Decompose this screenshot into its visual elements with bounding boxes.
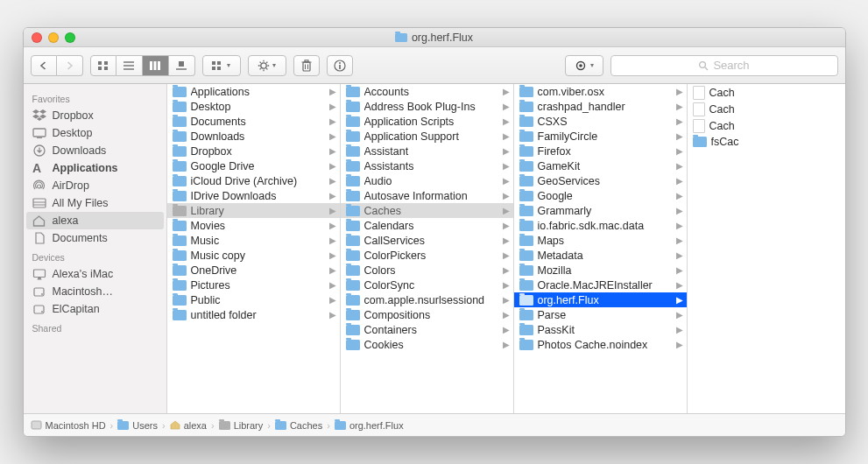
svg-point-35 <box>700 61 706 67</box>
sidebar-item[interactable]: Dropbox <box>24 107 166 124</box>
search-field[interactable]: Search <box>610 55 838 76</box>
column-view-button[interactable] <box>143 55 169 76</box>
column-item[interactable]: Oracle.MacJREInstaller▶ <box>514 278 687 292</box>
column-item[interactable]: Applications▶ <box>167 84 340 99</box>
column-item[interactable]: Cookies▶ <box>341 337 513 352</box>
column-item[interactable]: Public▶ <box>167 292 340 307</box>
column-item[interactable]: untitled folder▶ <box>167 307 340 322</box>
column-item[interactable]: Maps▶ <box>514 233 687 248</box>
forward-button[interactable] <box>57 55 83 76</box>
column-item[interactable]: Containers▶ <box>341 322 513 337</box>
column-item[interactable]: Movies▶ <box>167 218 340 233</box>
chevron-right-icon: ▶ <box>329 250 336 260</box>
column-item[interactable]: Photos Cache.noindex▶ <box>514 337 687 352</box>
column-item[interactable]: fsCac <box>688 134 775 149</box>
chevron-right-icon: ▶ <box>676 176 683 186</box>
folder-icon <box>173 102 187 112</box>
column-item[interactable]: Mozilla▶ <box>514 263 687 278</box>
back-button[interactable] <box>31 55 57 76</box>
column-item[interactable]: Caches▶ <box>341 203 513 218</box>
column-item[interactable]: Pictures▶ <box>167 278 340 292</box>
column-item[interactable]: Google▶ <box>514 188 687 203</box>
path-segment[interactable]: Macintosh HD <box>31 420 106 431</box>
column-item[interactable]: iCloud Drive (Archive)▶ <box>167 173 340 188</box>
column-item[interactable]: ColorSync▶ <box>341 278 513 292</box>
sidebar-item[interactable]: Downloads <box>24 142 166 159</box>
column-item[interactable]: Application Support▶ <box>341 129 513 144</box>
column-item[interactable]: Address Book Plug-Ins▶ <box>341 99 513 114</box>
sidebar-item[interactable]: Alexa's iMac <box>24 265 166 283</box>
sidebar-item-label: Alexa's iMac <box>53 268 114 280</box>
column-item[interactable]: CSXS▶ <box>514 114 687 129</box>
svg-rect-14 <box>212 67 215 70</box>
coverflow-view-button[interactable] <box>169 55 195 76</box>
sidebar-item[interactable]: Macintosh… <box>24 283 166 300</box>
column-item[interactable]: Cach <box>688 101 775 117</box>
column-item[interactable]: PassKit▶ <box>514 322 687 337</box>
column-item[interactable]: Documents▶ <box>167 114 340 129</box>
column-item[interactable]: Compositions▶ <box>341 307 513 322</box>
column-item[interactable]: Desktop▶ <box>167 99 340 114</box>
column-item[interactable]: Music▶ <box>167 233 340 248</box>
minimize-window-button[interactable] <box>48 32 59 43</box>
column-item[interactable]: org.herf.Flux▶ <box>514 292 687 307</box>
browser-column: CachCachCachfsCac <box>688 84 775 413</box>
column-item[interactable]: Calendars▶ <box>341 218 513 233</box>
sidebar-item[interactable]: AApplications <box>24 159 166 177</box>
folder-icon <box>519 161 533 172</box>
column-item[interactable]: Downloads▶ <box>167 129 340 144</box>
column-item[interactable]: GameKit▶ <box>514 158 687 173</box>
column-item[interactable]: Assistants▶ <box>341 158 513 173</box>
column-item[interactable]: IDrive Downloads▶ <box>167 188 340 203</box>
column-item[interactable]: Colors▶ <box>341 263 513 278</box>
icon-view-button[interactable] <box>90 55 116 76</box>
column-item[interactable]: Cach <box>688 117 775 134</box>
column-item[interactable]: crashpad_handler▶ <box>514 99 687 114</box>
column-item[interactable]: Assistant▶ <box>341 144 513 158</box>
column-item[interactable]: com.apple.nsurlsessiond▶ <box>341 292 513 307</box>
list-view-button[interactable] <box>116 55 143 76</box>
column-item[interactable]: Google Drive▶ <box>167 158 340 173</box>
folder-icon <box>395 33 407 42</box>
column-item[interactable]: Autosave Information▶ <box>341 188 513 203</box>
folder-icon <box>173 116 187 127</box>
column-item[interactable]: Application Scripts▶ <box>341 114 513 129</box>
column-item[interactable]: com.viber.osx▶ <box>514 84 687 99</box>
sidebar-item[interactable]: Documents <box>24 229 166 247</box>
column-item[interactable]: CallServices▶ <box>341 233 513 248</box>
path-segment[interactable]: Library <box>219 420 264 431</box>
column-item[interactable]: Cach <box>688 84 775 101</box>
column-item[interactable]: OneDrive▶ <box>167 263 340 278</box>
path-segment[interactable]: org.herf.Flux <box>335 420 404 431</box>
column-item[interactable]: Parse▶ <box>514 307 687 322</box>
action-button[interactable]: ▾ <box>248 55 286 76</box>
column-item[interactable]: Dropbox▶ <box>167 144 340 158</box>
column-item[interactable]: GeoServices▶ <box>514 173 687 188</box>
column-item[interactable]: FamilyCircle▶ <box>514 129 687 144</box>
column-item[interactable]: Audio▶ <box>341 173 513 188</box>
column-item[interactable]: Metadata▶ <box>514 248 687 263</box>
path-segment[interactable]: alexa <box>170 420 207 431</box>
sidebar-item[interactable]: All My Files <box>24 194 166 212</box>
arrange-button[interactable]: ▾ <box>202 55 241 76</box>
folder-icon <box>173 250 187 261</box>
sidebar-item[interactable]: Desktop <box>24 124 166 142</box>
sidebar-item[interactable]: AirDrop <box>24 177 166 194</box>
dropbox-toolbar-button[interactable]: ▾ <box>565 55 603 76</box>
info-button[interactable] <box>327 55 353 76</box>
path-segment[interactable]: Caches <box>275 420 322 431</box>
zoom-window-button[interactable] <box>65 32 75 43</box>
close-window-button[interactable] <box>32 32 42 43</box>
column-item[interactable]: ColorPickers▶ <box>341 248 513 263</box>
sidebar-item[interactable]: ElCapitan <box>24 300 166 318</box>
column-item[interactable]: Accounts▶ <box>341 84 513 99</box>
sidebar-item[interactable]: alexa <box>26 212 164 229</box>
column-item[interactable]: Firefox▶ <box>514 144 687 158</box>
path-separator: › <box>267 420 271 431</box>
path-segment[interactable]: Users <box>117 420 158 431</box>
trash-button[interactable] <box>293 55 320 76</box>
column-item[interactable]: io.fabric.sdk.mac.data▶ <box>514 218 687 233</box>
column-item[interactable]: Grammarly▶ <box>514 203 687 218</box>
column-item[interactable]: Music copy▶ <box>167 248 340 263</box>
column-item[interactable]: Library▶ <box>167 203 340 218</box>
